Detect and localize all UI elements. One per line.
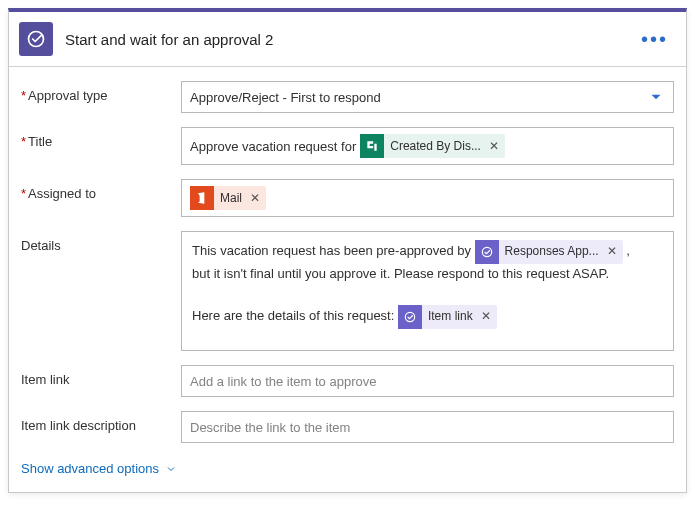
advanced-label: Show advanced options	[21, 461, 159, 476]
office-icon	[190, 186, 214, 210]
details-text: ,	[626, 243, 630, 258]
token-label: Item link	[428, 307, 473, 326]
details-text: This vacation request has been pre-appro…	[192, 243, 475, 258]
sharepoint-icon	[360, 134, 384, 158]
item-link-desc-input[interactable]: Describe the link to the item	[181, 411, 674, 443]
label-approval-type: *Approval type	[21, 81, 181, 103]
advanced-options-row: Show advanced options	[9, 447, 686, 492]
row-details: Details This vacation request has been p…	[9, 227, 686, 355]
show-advanced-link[interactable]: Show advanced options	[21, 461, 177, 476]
token-remove[interactable]: ✕	[248, 191, 260, 205]
approvals-token-icon	[398, 305, 422, 329]
action-card: Start and wait for an approval 2 ••• *Ap…	[8, 8, 687, 493]
token-mail[interactable]: Mail ✕	[190, 186, 266, 210]
details-text: Here are the details of this request:	[192, 308, 398, 323]
token-responses-app[interactable]: Responses App... ✕	[475, 240, 623, 264]
title-input[interactable]: Approve vacation request for Created By …	[181, 127, 674, 165]
row-assigned-to: *Assigned to Mail ✕	[9, 175, 686, 221]
svg-point-2	[405, 312, 414, 321]
label-title: *Title	[21, 127, 181, 149]
token-label: Responses App...	[505, 242, 599, 261]
chevron-down-icon	[647, 88, 665, 106]
approvals-icon	[19, 22, 53, 56]
item-link-placeholder: Add a link to the item to approve	[190, 374, 376, 389]
label-item-link-desc: Item link description	[21, 411, 181, 433]
card-body: *Approval type Approve/Reject - First to…	[9, 66, 686, 492]
item-link-input[interactable]: Add a link to the item to approve	[181, 365, 674, 397]
chevron-down-icon	[165, 463, 177, 475]
token-item-link[interactable]: Item link ✕	[398, 305, 497, 329]
item-link-desc-placeholder: Describe the link to the item	[190, 420, 350, 435]
title-text: Approve vacation request for	[190, 139, 356, 154]
approvals-token-icon	[475, 240, 499, 264]
svg-point-1	[482, 247, 491, 256]
card-header: Start and wait for an approval 2 •••	[9, 12, 686, 66]
assigned-to-input[interactable]: Mail ✕	[181, 179, 674, 217]
token-created-by[interactable]: Created By Dis... ✕	[360, 134, 505, 158]
label-item-link: Item link	[21, 365, 181, 387]
token-label: Created By Dis...	[390, 139, 481, 153]
row-title: *Title Approve vacation request for Crea…	[9, 123, 686, 169]
details-input[interactable]: This vacation request has been pre-appro…	[181, 231, 674, 351]
token-remove[interactable]: ✕	[487, 139, 499, 153]
row-approval-type: *Approval type Approve/Reject - First to…	[9, 77, 686, 117]
svg-point-0	[29, 32, 44, 47]
approval-type-select[interactable]: Approve/Reject - First to respond	[181, 81, 674, 113]
details-text: but it isn't final until you approve it.…	[192, 264, 663, 285]
label-assigned-to: *Assigned to	[21, 179, 181, 201]
token-label: Mail	[220, 191, 242, 205]
token-remove[interactable]: ✕	[479, 307, 491, 326]
row-item-link: Item link Add a link to the item to appr…	[9, 361, 686, 401]
action-title: Start and wait for an approval 2	[65, 31, 625, 48]
more-menu-button[interactable]: •••	[637, 28, 672, 50]
label-details: Details	[21, 231, 181, 253]
token-remove[interactable]: ✕	[605, 242, 617, 261]
approval-type-value: Approve/Reject - First to respond	[190, 90, 381, 105]
row-item-link-desc: Item link description Describe the link …	[9, 407, 686, 447]
